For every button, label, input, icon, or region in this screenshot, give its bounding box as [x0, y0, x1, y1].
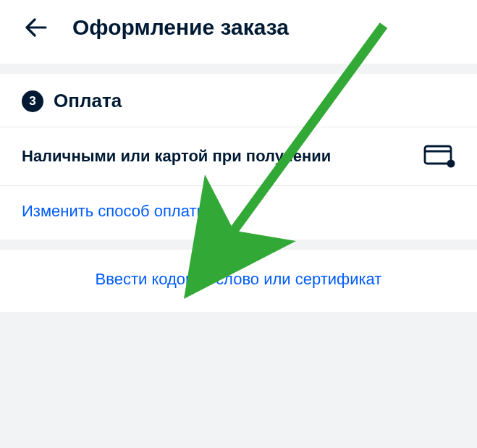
- payment-section-title: Оплата: [54, 90, 122, 112]
- payment-section: 3 Оплата Наличными или картой при получе…: [0, 74, 477, 240]
- arrow-left-icon: [25, 18, 47, 37]
- back-button[interactable]: [22, 13, 51, 42]
- enter-code-link[interactable]: Ввести кодовое слово или сертификат: [96, 270, 382, 288]
- change-payment-link[interactable]: Изменить способ оплаты: [0, 186, 477, 240]
- svg-point-2: [447, 160, 455, 168]
- step-badge: 3: [22, 90, 43, 112]
- credit-card-icon: [423, 143, 455, 169]
- svg-rect-0: [425, 146, 451, 164]
- payment-method-text: Наличными или картой при получении: [22, 145, 331, 168]
- certificate-section: Ввести кодовое слово или сертификат: [0, 250, 477, 312]
- payment-section-header: 3 Оплата: [0, 74, 477, 127]
- header-bar: Оформление заказа: [0, 0, 477, 64]
- payment-method-row[interactable]: Наличными или картой при получении: [0, 127, 477, 186]
- page-title: Оформление заказа: [72, 15, 289, 40]
